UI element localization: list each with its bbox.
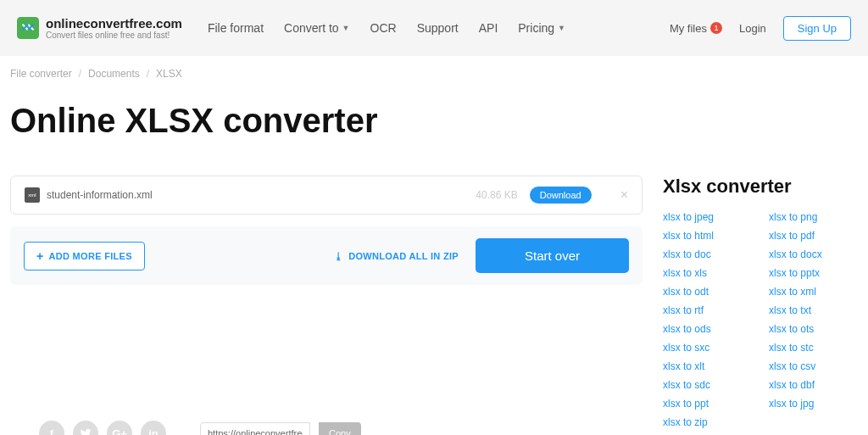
googleplus-icon[interactable]: G+ (107, 421, 132, 435)
conversion-link[interactable]: xlsx to pdf (769, 230, 858, 242)
add-more-label: ADD MORE FILES (48, 251, 131, 261)
file-row: xml student-information.xml 40.86 KB Dow… (10, 176, 643, 215)
breadcrumb-item[interactable]: XLSX (156, 68, 182, 80)
nav-item-convert-to[interactable]: Convert to▼ (284, 21, 350, 35)
conversion-link[interactable]: xlsx to zip (663, 416, 752, 428)
conversion-link[interactable]: xlsx to xml (769, 286, 858, 298)
main-nav: File formatConvert to▼OCRSupportAPIPrici… (208, 21, 670, 35)
breadcrumb-separator: / (79, 68, 81, 80)
conversion-link[interactable]: xlsx to ppt (663, 398, 752, 410)
page-title: Online XLSX converter (0, 92, 868, 150)
chevron-down-icon: ▼ (342, 24, 350, 32)
login-link[interactable]: Login (739, 22, 766, 35)
conversion-link[interactable]: xlsx to docx (769, 248, 858, 260)
chevron-down-icon: ▼ (558, 24, 565, 32)
logo-icon (17, 17, 39, 39)
signup-button[interactable]: Sign Up (783, 16, 851, 41)
plus-icon: + (36, 249, 43, 263)
start-over-button[interactable]: Start over (476, 238, 629, 273)
download-all-zip-button[interactable]: ⭳ DOWNLOAD ALL IN ZIP (334, 251, 459, 261)
logo-subtitle: Convert files online free and fast! (46, 31, 182, 40)
conversion-link[interactable]: xlsx to jpg (769, 398, 858, 410)
badge-icon: 1 (710, 22, 722, 34)
conversion-link[interactable]: xlsx to ods (663, 323, 752, 335)
facebook-icon[interactable]: f (39, 421, 64, 435)
file-name: student-information.xml (47, 189, 476, 201)
file-size: 40.86 KB (476, 189, 517, 201)
my-files-label: My files (670, 22, 707, 35)
breadcrumb-item[interactable]: File converter (10, 68, 72, 80)
conversion-link[interactable]: xlsx to xls (663, 267, 752, 279)
download-zip-label: DOWNLOAD ALL IN ZIP (348, 251, 459, 261)
conversion-link[interactable]: xlsx to txt (769, 304, 858, 316)
sidebar: Xlsx converter xlsx to jpegxlsx to pngxl… (663, 176, 858, 435)
download-button[interactable]: Download (530, 187, 592, 204)
copy-button[interactable]: Copy (319, 422, 361, 435)
conversion-links: xlsx to jpegxlsx to pngxlsx to htmlxlsx … (663, 211, 858, 428)
share-row: f G+ in Copy (10, 421, 643, 435)
breadcrumb-separator: / (147, 68, 149, 80)
nav-item-api[interactable]: API (479, 21, 498, 35)
xml-file-icon: xml (25, 187, 40, 203)
conversion-link[interactable]: xlsx to sdc (663, 379, 752, 391)
download-icon: ⭳ (334, 251, 343, 261)
right-nav: My files 1 Login Sign Up (670, 16, 851, 41)
header: onlineconvertfree.com Convert files onli… (0, 0, 868, 56)
conversion-link[interactable]: xlsx to dbf (769, 379, 858, 391)
nav-item-ocr[interactable]: OCR (370, 21, 397, 35)
nav-item-pricing[interactable]: Pricing▼ (518, 21, 565, 35)
conversion-link[interactable]: xlsx to pptx (769, 267, 858, 279)
breadcrumb-item[interactable]: Documents (88, 68, 140, 80)
action-bar: + ADD MORE FILES ⭳ DOWNLOAD ALL IN ZIP S… (10, 226, 643, 285)
conversion-link[interactable]: xlsx to sxc (663, 342, 752, 354)
nav-item-file-format[interactable]: File format (208, 21, 264, 35)
conversion-link[interactable]: xlsx to odt (663, 286, 752, 298)
conversion-link[interactable]: xlsx to doc (663, 248, 752, 260)
breadcrumb: File converter/Documents/XLSX (0, 56, 868, 92)
logo-title: onlineconvertfree.com (46, 16, 182, 31)
conversion-link[interactable]: xlsx to ots (769, 323, 858, 335)
conversion-link[interactable]: xlsx to html (663, 230, 752, 242)
conversion-link[interactable]: xlsx to stc (769, 342, 858, 354)
twitter-icon[interactable] (73, 421, 98, 435)
conversion-link[interactable]: xlsx to rtf (663, 304, 752, 316)
my-files-link[interactable]: My files 1 (670, 22, 722, 35)
close-icon[interactable]: × (620, 187, 628, 203)
linkedin-icon[interactable]: in (141, 421, 166, 435)
nav-item-support[interactable]: Support (417, 21, 459, 35)
main-area: xml student-information.xml 40.86 KB Dow… (10, 176, 643, 435)
svg-rect-0 (17, 17, 39, 39)
conversion-link[interactable]: xlsx to jpeg (663, 211, 752, 223)
conversion-link[interactable]: xlsx to csv (769, 360, 858, 372)
add-more-files-button[interactable]: + ADD MORE FILES (24, 242, 145, 270)
conversion-link[interactable]: xlsx to png (769, 211, 858, 223)
conversion-link[interactable]: xlsx to xlt (663, 360, 752, 372)
share-url-input[interactable] (200, 422, 310, 435)
sidebar-title: Xlsx converter (663, 176, 858, 198)
logo[interactable]: onlineconvertfree.com Convert files onli… (17, 16, 182, 40)
